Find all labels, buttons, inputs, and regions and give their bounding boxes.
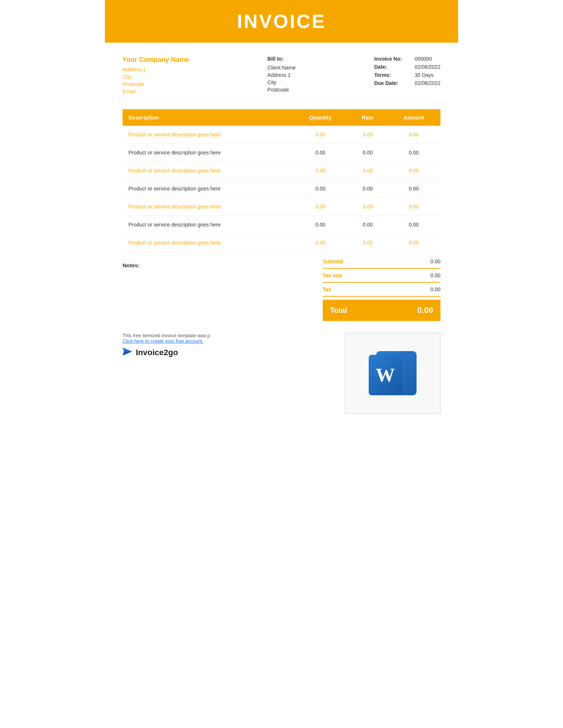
row-amount: 0.00 bbox=[387, 198, 440, 216]
row-quantity: 0.00 bbox=[293, 162, 348, 180]
info-section: Your Company Name Address 1 City Postcod… bbox=[105, 43, 458, 105]
invoice-no-row: Invoice No: 000000 bbox=[374, 56, 440, 62]
row-description: Product or service description goes here bbox=[123, 162, 293, 180]
row-amount: 0.00 bbox=[387, 144, 440, 162]
table-row: Product or service description goes here… bbox=[123, 216, 440, 234]
row-rate: 0.00 bbox=[348, 216, 387, 234]
row-amount: 0.00 bbox=[387, 180, 440, 198]
invoice-no-label: Invoice No: bbox=[374, 56, 415, 62]
row-rate: 0.00 bbox=[348, 162, 387, 180]
col-amount: Amount bbox=[387, 109, 440, 126]
tax-rate-row: Tax rate 0.00 bbox=[323, 269, 440, 283]
company-name: Your Company Name bbox=[123, 56, 189, 64]
word-letter: W bbox=[376, 364, 395, 386]
client-address1: Address 1 bbox=[268, 72, 296, 78]
totals-section: Subtotal 0.00 Tax rate 0.00 Tax 0.00 bbox=[323, 255, 440, 297]
invoice-meta: Invoice No: 000000 Date: 02/08/2022 Term… bbox=[374, 56, 440, 96]
word-icon-box: W bbox=[345, 333, 440, 414]
terms-row: Terms: 30 Days bbox=[374, 72, 440, 78]
footer-left: This free itemized invoice template was … bbox=[123, 333, 330, 358]
total-bar-wrapper: Total 0.00 bbox=[123, 300, 440, 321]
svg-marker-1 bbox=[123, 351, 132, 356]
row-quantity: 0.00 bbox=[293, 126, 348, 144]
table-row: Product or service description goes here… bbox=[123, 162, 440, 180]
row-quantity: 0.00 bbox=[293, 144, 348, 162]
total-bar: Total 0.00 bbox=[323, 300, 440, 321]
footer-text: This free itemized invoice template was … bbox=[123, 333, 210, 338]
row-rate: 0.00 bbox=[348, 198, 387, 216]
bottom-section: Notes: Subtotal 0.00 Tax rate 0.00 Tax 0… bbox=[123, 252, 440, 297]
col-rate: Rate bbox=[348, 109, 387, 126]
row-amount: 0.00 bbox=[387, 234, 440, 252]
invoice-header: INVOICE bbox=[105, 0, 458, 43]
row-rate: 0.00 bbox=[348, 180, 387, 198]
subtotal-value: 0.00 bbox=[431, 258, 440, 264]
footer-section: This free itemized invoice template was … bbox=[123, 333, 440, 414]
table-row: Product or service description goes here… bbox=[123, 234, 440, 252]
notes-label: Notes: bbox=[123, 262, 140, 268]
tax-value: 0.00 bbox=[431, 286, 440, 292]
tax-label: Tax bbox=[323, 286, 331, 292]
client-city: City bbox=[268, 79, 296, 85]
row-amount: 0.00 bbox=[387, 162, 440, 180]
subtotal-label: Subtotal bbox=[323, 258, 343, 264]
col-quantity: Quantity bbox=[293, 109, 348, 126]
total-value: 0.00 bbox=[417, 306, 433, 315]
footer-link[interactable]: Click here to create your free account. bbox=[123, 338, 203, 344]
due-date-label: Due Date: bbox=[374, 80, 415, 86]
bill-to-label: Bill to: bbox=[268, 56, 296, 62]
col-description: Description bbox=[123, 109, 293, 126]
invoice-no-value: 000000 bbox=[415, 56, 432, 62]
row-description: Product or service description goes here bbox=[123, 180, 293, 198]
date-value: 02/08/2022 bbox=[415, 64, 440, 70]
notes-section: Notes: bbox=[123, 255, 323, 297]
row-quantity: 0.00 bbox=[293, 234, 348, 252]
due-date-row: Due Date: 02/08/2022 bbox=[374, 80, 440, 86]
company-city: City bbox=[123, 74, 189, 80]
row-description: Product or service description goes here bbox=[123, 198, 293, 216]
table-row: Product or service description goes here… bbox=[123, 198, 440, 216]
company-email: Email bbox=[123, 89, 189, 94]
row-description: Product or service description goes here bbox=[123, 126, 293, 144]
invoice-table: Description Quantity Rate Amount Product… bbox=[123, 109, 440, 252]
row-quantity: 0.00 bbox=[293, 180, 348, 198]
row-amount: 0.00 bbox=[387, 216, 440, 234]
row-amount: 0.00 bbox=[387, 126, 440, 144]
company-address1: Address 1 bbox=[123, 67, 189, 72]
client-postcode: Postcode bbox=[268, 87, 296, 93]
terms-value: 30 Days bbox=[415, 72, 433, 78]
table-row: Product or service description goes here… bbox=[123, 144, 440, 162]
company-info: Your Company Name Address 1 City Postcod… bbox=[123, 56, 189, 96]
row-description: Product or service description goes here bbox=[123, 234, 293, 252]
total-label: Total bbox=[330, 306, 347, 315]
due-date-value: 02/08/2022 bbox=[415, 80, 440, 86]
word-icon: W bbox=[369, 347, 417, 399]
company-postcode: Postcode bbox=[123, 81, 189, 87]
tax-rate-value: 0.00 bbox=[431, 272, 440, 278]
brand-name: Invoice2go bbox=[136, 348, 178, 357]
plane-icon bbox=[123, 347, 132, 358]
tax-row: Tax 0.00 bbox=[323, 283, 440, 297]
invoice2go-brand: Invoice2go bbox=[123, 347, 330, 358]
date-row: Date: 02/08/2022 bbox=[374, 64, 440, 70]
terms-label: Terms: bbox=[374, 72, 415, 78]
row-quantity: 0.00 bbox=[293, 198, 348, 216]
row-description: Product or service description goes here bbox=[123, 144, 293, 162]
row-rate: 0.00 bbox=[348, 234, 387, 252]
date-label: Date: bbox=[374, 64, 415, 70]
client-name: Client Name bbox=[268, 65, 296, 71]
row-description: Product or service description goes here bbox=[123, 216, 293, 234]
row-rate: 0.00 bbox=[348, 144, 387, 162]
row-quantity: 0.00 bbox=[293, 216, 348, 234]
tax-rate-label: Tax rate bbox=[323, 272, 342, 278]
bill-to-section: Bill to: Client Name Address 1 City Post… bbox=[268, 56, 296, 96]
word-icon-front: W bbox=[369, 355, 402, 395]
invoice-title: INVOICE bbox=[105, 10, 458, 32]
subtotal-row: Subtotal 0.00 bbox=[323, 255, 440, 269]
row-rate: 0.00 bbox=[348, 126, 387, 144]
table-row: Product or service description goes here… bbox=[123, 126, 440, 144]
table-row: Product or service description goes here… bbox=[123, 180, 440, 198]
table-header-row: Description Quantity Rate Amount bbox=[123, 109, 440, 126]
